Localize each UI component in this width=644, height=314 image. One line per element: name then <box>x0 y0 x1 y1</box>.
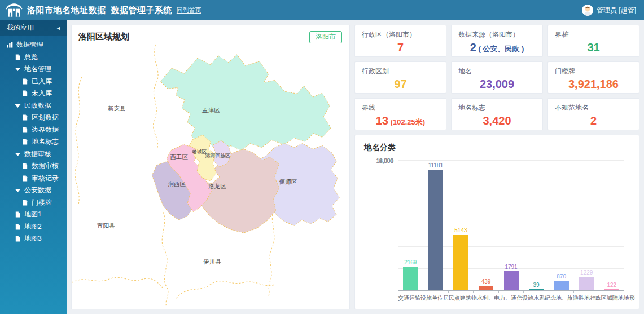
county-boundary <box>154 45 159 148</box>
bar-value-label: 1229 <box>580 269 593 276</box>
x-axis-category-label: 居民点 <box>443 294 460 302</box>
sidebar-item-已入库[interactable]: 已入库 <box>0 76 67 88</box>
sidebar-item-label: 数据审核 <box>32 161 59 171</box>
file-icon <box>15 211 21 218</box>
stat-label: 地名 <box>458 67 536 76</box>
sidebar-item-label: 边界数据 <box>32 125 59 135</box>
stat-label: 门楼牌 <box>555 67 632 76</box>
bar-value-label: 122 <box>607 282 616 288</box>
sidebar-item-label: 地名管理 <box>24 64 51 74</box>
sidebar-item-民政数据[interactable]: 民政数据 <box>0 100 67 112</box>
chart-panel: 地名分类 02,0004,0006,0008,00010,00012,00021… <box>354 135 639 309</box>
stat-card: 行政区划97 <box>354 61 446 94</box>
sidebar-item-未入库[interactable]: 未入库 <box>0 87 67 100</box>
bar-slot: 122 <box>599 161 625 290</box>
x-tick <box>423 291 448 293</box>
x-axis-category-label: 水利、电力、通信设施 <box>477 294 533 302</box>
stat-card: 界桩31 <box>547 25 639 57</box>
sidebar-header[interactable]: 我的应用 ◄ <box>0 20 67 36</box>
main-content: 洛阳区域规划 洛阳市 新安县 孟津区 <box>67 20 644 314</box>
x-axis-category-label: 单位 <box>432 294 443 302</box>
right-panel: 行政区（洛阳市）7数据来源（洛阳市）2 ( 公安、民政 )界桩31行政区划97地… <box>354 25 639 309</box>
x-axis-category-label: 陆地地形 <box>612 294 635 302</box>
file-icon <box>22 90 28 96</box>
sidebar-item-数据审核[interactable]: 数据审核 <box>0 148 67 161</box>
sidebar-item-数据管理[interactable]: 数据管理 <box>0 39 67 51</box>
caret-icon <box>15 187 21 193</box>
sidebar-item-label: 民政数据 <box>24 101 51 110</box>
sidebar-item-审核记录[interactable]: 审核记录 <box>0 173 67 185</box>
file-icon <box>22 127 28 133</box>
sidebar-item-label: 地图2 <box>24 222 42 232</box>
map-panel: 洛阳区域规划 洛阳市 新安县 孟津区 <box>71 25 350 309</box>
user-menu[interactable]: 管理员 [超管] <box>582 5 636 16</box>
sidebar-item-label: 地图3 <box>24 234 42 244</box>
file-icon <box>22 163 28 169</box>
sidebar-item-门楼牌[interactable]: 门楼牌 <box>0 197 67 209</box>
map-label-luolong: 洛龙区 <box>208 183 226 189</box>
sidebar-item-label: 审核记录 <box>32 174 59 183</box>
sidebar: 我的应用 ◄ 数据管理总览地名管理已入库未入库民政数据区划数据边界数据地名标志数… <box>0 20 67 314</box>
app-title: 洛阳市地名地址数据_数据管理子系统 <box>27 5 172 16</box>
user-avatar <box>582 5 593 16</box>
stat-card: 地名23,009 <box>451 61 543 94</box>
collapse-arrow-icon[interactable]: ◄ <box>56 25 61 31</box>
stat-label: 数据来源（洛阳市） <box>458 30 536 39</box>
bars-container: 21691118151434391791398701229122 <box>398 161 624 290</box>
sidebar-item-地图1[interactable]: 地图1 <box>0 209 67 221</box>
stat-card: 不规范地名2 <box>547 98 639 130</box>
district-mengjin[interactable] <box>160 55 331 152</box>
file-icon <box>22 78 28 85</box>
sidebar-item-地图2[interactable]: 地图2 <box>0 221 67 233</box>
sidebar-item-label: 地名标志 <box>32 137 59 147</box>
stat-card: 数据来源（洛阳市）2 ( 公安、民政 ) <box>451 25 543 57</box>
bar-陆地地形 <box>604 289 619 290</box>
sidebar-item-边界数据[interactable]: 边界数据 <box>0 124 67 136</box>
x-axis-category-label: 水系 <box>533 294 545 302</box>
stat-value: 13 (102.25米) <box>362 114 439 127</box>
x-axis-category-label: 交通运输设施 <box>398 294 432 302</box>
x-axis-category-label: 纪念地、旅游胜地 <box>545 294 590 302</box>
home-link[interactable]: 回到首页 <box>177 6 201 15</box>
map-label-yichuan: 伊川县 <box>203 259 221 265</box>
county-boundary <box>75 77 82 204</box>
sidebar-item-label: 总览 <box>24 52 38 62</box>
sidebar-item-区划数据[interactable]: 区划数据 <box>0 112 67 124</box>
map-label-mengjin: 孟津区 <box>201 107 220 113</box>
map-label-chanhe: 瀍河回族区 <box>205 153 231 158</box>
stat-value: 97 <box>362 78 439 90</box>
county-boundary <box>176 281 274 299</box>
caret-icon <box>15 103 21 109</box>
x-axis-category-label: 行政区域 <box>590 294 612 302</box>
stat-label: 行政区划 <box>362 67 439 76</box>
sidebar-item-label: 区划数据 <box>32 113 59 122</box>
stat-value: 3,420 <box>458 114 536 127</box>
sidebar-item-总览[interactable]: 总览 <box>0 51 67 64</box>
stat-value: 7 <box>362 41 439 54</box>
top-header: 洛阳市地名地址数据_数据管理子系统 回到首页 管理员 [超管] <box>0 0 644 20</box>
caret-icon <box>15 66 21 72</box>
stat-suffix: ( 公安、民政 ) <box>476 45 524 53</box>
app-logo-gate-icon <box>6 3 23 17</box>
x-tick <box>474 291 498 293</box>
stats-grid: 行政区（洛阳市）7数据来源（洛阳市）2 ( 公安、民政 )界桩31行政区划97地… <box>354 25 639 130</box>
sidebar-item-地名管理[interactable]: 地名管理 <box>0 63 67 76</box>
sidebar-item-数据审核[interactable]: 数据审核 <box>0 160 67 173</box>
map-label-yiyang: 宜阳县 <box>97 223 115 229</box>
sidebar-item-label: 地图1 <box>24 210 42 219</box>
sidebar-item-label: 未入库 <box>32 89 52 98</box>
map-panel-title: 洛阳区域规划 <box>72 25 349 43</box>
stat-value: 2 <box>555 114 632 127</box>
city-tag-button[interactable]: 洛阳市 <box>309 31 342 43</box>
map-label-yanshi: 偃师区 <box>279 179 297 185</box>
sidebar-item-地名标志[interactable]: 地名标志 <box>0 136 67 148</box>
bar-slot: 1791 <box>498 161 524 290</box>
bar-slot: 870 <box>549 161 574 290</box>
x-axis-category-label: 建筑物 <box>460 294 477 302</box>
sidebar-item-地图3[interactable]: 地图3 <box>0 233 67 245</box>
sidebar-item-公安数据[interactable]: 公安数据 <box>0 184 67 197</box>
region-map[interactable]: 新安县 孟津区 西工区 老城区 瀍河回族区 涧西区 洛龙区 偃师区 宜阳县 伊川… <box>72 43 349 307</box>
bar-value-label: 870 <box>557 273 566 280</box>
bar-交通运输设施 <box>403 267 418 290</box>
file-icon <box>22 114 28 121</box>
